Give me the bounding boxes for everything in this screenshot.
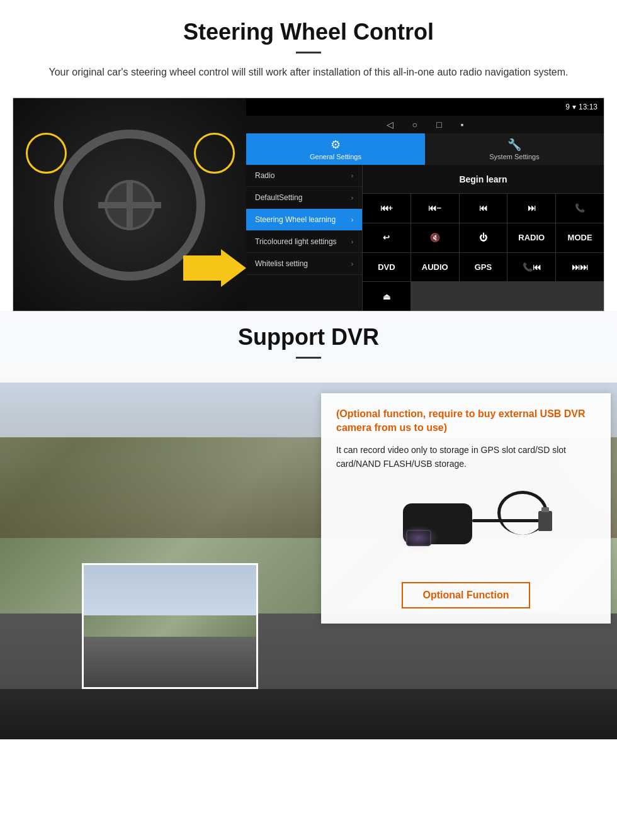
begin-learn-container: Begin learn	[363, 165, 604, 194]
dvr-camera-illustration	[336, 481, 596, 569]
time-display: 13:13	[579, 103, 597, 111]
section1-divider	[296, 52, 321, 53]
menu-item-tricoloured[interactable]: Tricoloured light settings ›	[246, 231, 362, 253]
btn-power[interactable]: ⏻	[460, 223, 507, 252]
wifi-icon: ▾	[572, 103, 576, 111]
chevron-icon: ›	[351, 238, 353, 245]
camera-usb-connector	[538, 511, 552, 531]
home-icon[interactable]: ○	[412, 120, 417, 130]
recents-icon[interactable]: □	[436, 120, 441, 130]
menu-item-default[interactable]: DefaultSetting ›	[246, 187, 362, 209]
chevron-icon: ›	[351, 172, 353, 179]
btn-dvd[interactable]: DVD	[363, 253, 410, 282]
dvr-section-header: Support DVR	[0, 311, 617, 383]
btn-next[interactable]: ⏭	[507, 194, 555, 223]
settings-content: Radio › DefaultSetting › Steering Wheel …	[246, 165, 604, 311]
menu-radio-label: Radio	[255, 171, 275, 180]
menu-item-radio[interactable]: Radio ›	[246, 165, 362, 187]
btn-phone-prev[interactable]: 📞⏮	[507, 253, 555, 282]
dvr-section: Support DVR (Optional function, require …	[0, 311, 617, 739]
dvr-dashboard	[0, 689, 617, 739]
chevron-icon: ›	[351, 216, 353, 223]
section1-header: Steering Wheel Control Your original car…	[0, 0, 617, 86]
menu-item-steering[interactable]: Steering Wheel learning ›	[246, 209, 362, 231]
btn-back[interactable]: ↩	[363, 223, 410, 252]
btn-vol-up[interactable]: ⏮+	[363, 194, 410, 223]
section1-description: Your original car's steering wheel contr…	[38, 65, 579, 80]
begin-learn-button[interactable]: Begin learn	[459, 174, 507, 184]
dvr-background: Support DVR (Optional function, require …	[0, 311, 617, 739]
btn-eject[interactable]: ⏏	[363, 282, 410, 311]
tab-system-label: System Settings	[489, 153, 539, 160]
ui-mockup: 9 ▾ 13:13 ◁ ○ □ ▪ ⚙ General Settings 🔧 S…	[13, 98, 604, 311]
dvr-divider	[296, 357, 321, 359]
gear-icon: ⚙	[331, 138, 341, 152]
back-icon[interactable]: ◁	[387, 120, 393, 130]
menu-item-whitelist[interactable]: Whitelist setting ›	[246, 253, 362, 275]
steering-wheel-image	[13, 98, 246, 311]
signal-icon: 9	[565, 103, 570, 111]
menu-steering-label: Steering Wheel learning	[255, 215, 336, 224]
system-icon: 🔧	[507, 138, 521, 152]
dvr-optional-notice: (Optional function, require to buy exter…	[336, 407, 596, 435]
optional-function-button[interactable]: Optional Function	[402, 582, 531, 608]
camera-usb-prong	[541, 507, 549, 512]
chevron-icon: ›	[351, 260, 353, 267]
settings-tabs: ⚙ General Settings 🔧 System Settings	[246, 133, 604, 165]
btn-prev[interactable]: ⏮	[460, 194, 507, 223]
menu-default-label: DefaultSetting	[255, 193, 302, 202]
steering-highlight-right	[194, 133, 235, 174]
btn-radio[interactable]: RADIO	[507, 223, 555, 252]
steering-highlight-left	[26, 133, 67, 174]
nav-bar: ◁ ○ □ ▪	[246, 116, 604, 133]
dvr-info-card: (Optional function, require to buy exter…	[321, 393, 611, 624]
btn-phone[interactable]: 📞	[556, 194, 604, 223]
menu-tricoloured-label: Tricoloured light settings	[255, 237, 337, 246]
tab-general-label: General Settings	[310, 153, 361, 160]
menu-whitelist-label: Whitelist setting	[255, 259, 308, 268]
btn-mute[interactable]: 🔇	[411, 223, 459, 252]
btn-audio[interactable]: AUDIO	[411, 253, 459, 282]
btn-gps[interactable]: GPS	[460, 253, 507, 282]
tab-system[interactable]: 🔧 System Settings	[425, 133, 604, 165]
svg-marker-0	[183, 249, 246, 287]
btn-mode[interactable]: MODE	[556, 223, 604, 252]
status-bar: 9 ▾ 13:13	[246, 98, 604, 116]
arrow-indicator	[183, 249, 246, 287]
android-ui-panel: 9 ▾ 13:13 ◁ ○ □ ▪ ⚙ General Settings 🔧 S…	[246, 98, 604, 311]
dvr-description: It can record video only to storage in G…	[336, 443, 596, 471]
control-panel: Begin learn ⏮+ ⏮− ⏮ ⏭ 📞 ↩ 🔇 ⏻ RADIO MODE…	[363, 165, 604, 311]
chevron-icon: ›	[351, 194, 353, 201]
control-buttons-grid: ⏮+ ⏮− ⏮ ⏭ 📞 ↩ 🔇 ⏻ RADIO MODE DVD AUDIO G…	[363, 194, 604, 311]
dvr-title: Support DVR	[13, 324, 604, 350]
status-icons: 9 ▾ 13:13	[565, 103, 597, 111]
menu-icon[interactable]: ▪	[460, 120, 463, 130]
settings-menu: Radio › DefaultSetting › Steering Wheel …	[246, 165, 363, 311]
btn-next-next[interactable]: ⏭⏭	[556, 253, 604, 282]
dvr-thumbnail	[82, 563, 258, 689]
steering-wheel	[54, 130, 205, 281]
section1-title: Steering Wheel Control	[38, 19, 579, 45]
tab-general[interactable]: ⚙ General Settings	[246, 133, 425, 165]
btn-vol-down[interactable]: ⏮−	[411, 194, 459, 223]
camera-glow	[398, 525, 439, 551]
